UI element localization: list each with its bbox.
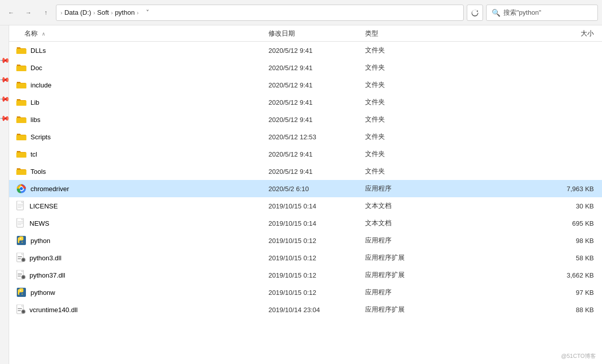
folder-icon [16,64,26,72]
cell-date: 2020/5/12 9:41 [268,47,365,54]
table-row[interactable]: pythonw 2019/10/15 0:12 应用程序 97 KB [9,284,602,301]
file-name: pythonw [31,289,55,296]
cell-date: 2020/5/12 12:53 [268,133,365,141]
file-name: DLLs [31,47,46,54]
svg-point-18 [22,259,25,261]
sort-arrow: ∧ [42,31,45,37]
cell-name: Doc [9,64,268,72]
col-header-date[interactable]: 修改日期 [268,29,365,38]
col-header-size[interactable]: 大小 [446,29,602,38]
file-name: Scripts [31,133,51,141]
breadcrumb-bar: › Data (D:) › Soft › python › ˅ [56,5,464,21]
table-row[interactable]: include 2020/5/12 9:41 文件夹 [9,76,602,94]
column-header-row: 名称 ∧ 修改日期 类型 大小 [9,25,602,42]
cell-type: 文本文档 [365,201,446,210]
python-exe-icon [16,287,26,297]
cell-type: 应用程序扩展 [365,270,446,280]
file-name: LICENSE [29,202,58,210]
cell-type: 应用程序扩展 [365,305,446,314]
table-row[interactable]: Tools 2020/5/12 9:41 文件夹 [9,163,602,180]
search-icon: 🔍 [492,9,500,17]
svg-point-31 [22,311,25,313]
table-row[interactable]: python3.dll 2019/10/15 0:12 应用程序扩展 58 KB [9,249,602,266]
table-row[interactable]: chromedriver 2020/5/2 6:10 应用程序 7,963 KB [9,180,602,197]
table-row[interactable]: Lib 2020/5/12 9:41 文件夹 [9,94,602,111]
cell-name: DLLs [9,46,268,54]
breadcrumb-soft[interactable]: Soft [97,9,109,16]
svg-rect-28 [18,308,22,309]
table-row[interactable]: NEWS 2019/10/15 0:14 文本文档 695 KB [9,215,602,232]
cell-type: 文件夹 [365,149,446,159]
cell-name: LICENSE [9,201,268,211]
cell-size: 695 KB [446,220,602,227]
table-row[interactable]: vcruntime140.dll 2019/10/14 23:04 应用程序扩展… [9,301,602,318]
breadcrumb-data-d[interactable]: Data (D:) [65,9,92,16]
breadcrumb-sep-3: › [137,10,139,16]
folder-icon [16,115,26,124]
cell-date: 2020/5/2 6:10 [268,185,365,193]
svg-rect-29 [18,310,21,311]
cell-name: pythonw [9,287,268,297]
dll-icon [16,253,25,263]
cell-type: 文本文档 [365,219,446,228]
col-header-type[interactable]: 类型 [365,29,446,38]
dll-icon [16,270,25,280]
content-area: 📌 📌 📌 📌 名称 ∧ 修改日期 类型 大小 DLLs 2020/5/12 9… [0,25,602,364]
svg-point-23 [22,276,25,279]
table-row[interactable]: Doc 2020/5/12 9:41 文件夹 [9,59,602,76]
table-row[interactable]: tcl 2020/5/12 9:41 文件夹 [9,145,602,163]
svg-point-2 [20,187,23,190]
forward-button[interactable]: → [21,6,36,20]
svg-point-13 [22,242,23,243]
cell-name: NEWS [9,218,268,228]
breadcrumb-python[interactable]: python [115,9,135,16]
pin-panel: 📌 📌 📌 📌 [0,25,9,364]
file-name: python3.dll [29,254,62,262]
cell-date: 2020/5/12 9:41 [268,150,365,158]
cell-date: 2019/10/15 0:14 [268,202,365,210]
file-name: include [31,81,51,89]
cell-name: Lib [9,98,268,106]
folder-icon [16,133,26,141]
svg-point-25 [20,290,21,291]
folder-icon [16,98,26,106]
txt-icon [16,218,25,228]
svg-rect-16 [18,258,21,259]
cell-size: 88 KB [446,306,602,314]
table-row[interactable]: LICENSE 2019/10/15 0:14 文本文档 30 KB [9,197,602,215]
folder-icon [16,150,26,158]
file-name: Tools [31,168,46,175]
refresh-button[interactable] [467,5,483,21]
file-name: tcl [31,150,37,158]
table-row[interactable]: Scripts 2020/5/12 12:53 文件夹 [9,128,602,145]
svg-point-12 [20,238,21,239]
search-placeholder-text: 搜索"python" [503,8,541,17]
table-row[interactable]: python37.dll 2019/10/15 0:12 应用程序扩展 3,66… [9,266,602,284]
folder-icon [16,81,26,89]
cell-size: 58 KB [446,254,602,262]
file-rows: DLLs 2020/5/12 9:41 文件夹 Doc 2020/5/12 9:… [9,42,602,364]
cell-name: Scripts [9,133,268,141]
table-row[interactable]: libs 2020/5/12 9:41 文件夹 [9,111,602,128]
cell-name: include [9,81,268,89]
back-button[interactable]: ← [4,6,18,20]
cell-date: 2020/5/12 9:41 [268,116,365,124]
breadcrumb-dropdown-button[interactable]: ˅ [143,6,153,20]
cell-type: 文件夹 [365,80,446,89]
col-header-name[interactable]: 名称 ∧ [9,29,268,38]
cell-name: libs [9,115,268,124]
folder-icon [16,167,26,175]
table-row[interactable]: python 2019/10/15 0:12 应用程序 98 KB [9,232,602,249]
cell-type: 文件夹 [365,46,446,55]
breadcrumb-start-arrow: › [61,10,63,16]
up-button[interactable]: ↑ [39,6,53,20]
cell-type: 应用程序 [365,184,446,193]
search-bar[interactable]: 🔍 搜索"python" [486,5,598,21]
cell-type: 文件夹 [365,98,446,107]
table-row[interactable]: DLLs 2020/5/12 9:41 文件夹 [9,42,602,59]
folder-icon [16,46,26,54]
cell-size: 98 KB [446,237,602,245]
file-list-container: 名称 ∧ 修改日期 类型 大小 DLLs 2020/5/12 9:41 文件夹 … [9,25,602,364]
cell-name: Tools [9,167,268,175]
cell-size: 97 KB [446,289,602,296]
